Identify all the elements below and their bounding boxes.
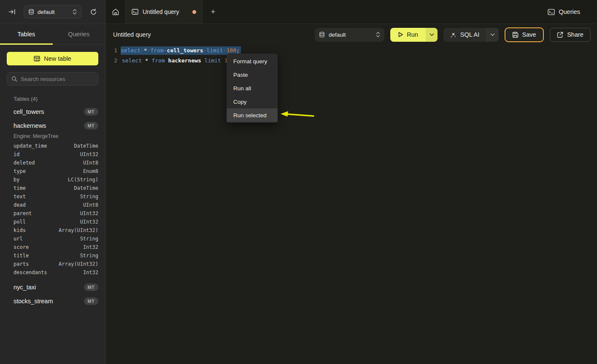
database-icon bbox=[319, 32, 325, 38]
tables-section-label: Tables (4) bbox=[14, 96, 98, 102]
column-name: text bbox=[14, 194, 80, 200]
context-menu-item-format-query[interactable]: Format query bbox=[227, 54, 278, 68]
database-selector[interactable]: default bbox=[24, 5, 81, 19]
sidebar-tab-queries[interactable]: Queries bbox=[53, 24, 105, 44]
top-bar-left: default bbox=[0, 0, 105, 24]
table-row-cell_towers[interactable]: cell_towers MT bbox=[0, 105, 105, 119]
code-token bbox=[142, 57, 145, 64]
column-row: url String bbox=[0, 235, 105, 243]
table-row-stocks_stream[interactable]: stocks_stream MT bbox=[0, 294, 105, 308]
sql-ai-label: SQL AI bbox=[460, 31, 479, 38]
run-button[interactable]: Run bbox=[390, 28, 426, 42]
column-type: DateTime bbox=[74, 143, 98, 149]
code-token: limit bbox=[207, 47, 223, 54]
search-box bbox=[7, 72, 98, 86]
column-row: descendants Int32 bbox=[0, 268, 105, 277]
tables-list: cell_towers MT hackernews MT Engine: Mer… bbox=[0, 105, 105, 308]
tab-strip: Untitled query + Queries bbox=[105, 0, 597, 24]
terminal-icon bbox=[132, 9, 138, 15]
save-label: Save bbox=[522, 31, 536, 38]
column-row: deleted UInt8 bbox=[0, 159, 105, 167]
code-token: limit bbox=[205, 57, 221, 64]
home-button[interactable] bbox=[105, 0, 125, 24]
chevron-up-down-icon bbox=[73, 9, 77, 15]
column-type: UInt32 bbox=[80, 151, 98, 157]
column-type: LC(String) bbox=[68, 177, 98, 183]
context-menu-item-run-all[interactable]: Run all bbox=[227, 81, 278, 95]
top-bar: default bbox=[0, 0, 597, 24]
column-row: poll UInt32 bbox=[0, 218, 105, 226]
run-label: Run bbox=[407, 31, 418, 38]
share-button[interactable]: Share bbox=[550, 28, 591, 42]
column-row: score Int32 bbox=[0, 243, 105, 251]
column-row: title String bbox=[0, 251, 105, 260]
query-header: Untitled query default bbox=[105, 24, 597, 45]
column-row: type Enum8 bbox=[0, 167, 105, 175]
share-icon bbox=[557, 32, 563, 38]
code-line: select * from hackernews limit 100; bbox=[117, 57, 238, 64]
header-database-selector[interactable]: default bbox=[315, 28, 384, 42]
table-row-nyc_taxi[interactable]: nyc_taxi MT bbox=[0, 280, 105, 294]
column-name: update_time bbox=[14, 143, 74, 149]
context-menu-item-run-selected[interactable]: Run selected bbox=[227, 108, 278, 122]
play-icon bbox=[398, 32, 403, 38]
run-options-button[interactable] bbox=[426, 28, 438, 42]
code-line: select·*·from·cell_towers·limit·100; bbox=[117, 47, 241, 54]
engine-badge: MT bbox=[84, 122, 98, 129]
column-type: String bbox=[80, 236, 98, 242]
search-input[interactable] bbox=[21, 76, 95, 82]
column-row: parent UInt32 bbox=[0, 209, 105, 218]
sidebar: TablesQueries New table Tables (4) cell_… bbox=[0, 24, 105, 364]
refresh-icon[interactable] bbox=[87, 6, 99, 18]
table-name: stocks_stream bbox=[14, 298, 84, 305]
table-row-hackernews[interactable]: hackernews MT bbox=[0, 119, 105, 132]
engine-badge: MT bbox=[84, 297, 98, 305]
app-window: default bbox=[0, 0, 597, 364]
column-row: dead UInt8 bbox=[0, 201, 105, 209]
sidebar-tab-tables[interactable]: Tables bbox=[0, 24, 53, 44]
column-row: parts Array(UInt32) bbox=[0, 260, 105, 268]
table-engine-label: Engine: MergeTree bbox=[0, 132, 105, 142]
code-token: select bbox=[121, 47, 140, 54]
column-type: UInt8 bbox=[83, 202, 98, 208]
code-token: hackernews bbox=[168, 57, 201, 64]
column-type: Array(UInt32) bbox=[59, 227, 98, 233]
new-tab-button[interactable]: + bbox=[203, 0, 224, 24]
column-type: Int32 bbox=[83, 244, 98, 250]
code-token: 100 bbox=[226, 47, 236, 54]
column-type: String bbox=[80, 194, 98, 200]
column-name: parts bbox=[14, 261, 59, 267]
code-token bbox=[221, 57, 224, 64]
code-token: · bbox=[203, 47, 207, 54]
sql-ai-button[interactable]: SQL AI bbox=[443, 28, 486, 42]
column-name: id bbox=[14, 151, 80, 157]
column-name: score bbox=[14, 244, 83, 250]
code-token: cell_towers bbox=[167, 47, 203, 54]
sql-ai-options-button[interactable] bbox=[486, 28, 499, 42]
column-name: by bbox=[14, 177, 68, 183]
tab-label: Untitled query bbox=[143, 8, 188, 15]
save-button[interactable]: Save bbox=[505, 27, 544, 42]
new-table-button[interactable]: New table bbox=[7, 52, 98, 65]
tab-untitled-query[interactable]: Untitled query bbox=[125, 0, 203, 24]
code-token: select bbox=[122, 57, 142, 64]
table-icon bbox=[34, 56, 40, 62]
queries-button[interactable]: Queries bbox=[543, 0, 597, 24]
search-icon bbox=[11, 76, 17, 82]
sql-editor[interactable]: 1select·*·from·cell_towers·limit·100;2se… bbox=[105, 45, 597, 364]
column-row: text String bbox=[0, 192, 105, 201]
engine-badge: MT bbox=[84, 283, 98, 291]
table-name: hackernews bbox=[14, 122, 84, 129]
context-menu-item-copy[interactable]: Copy bbox=[227, 95, 278, 108]
table-name: nyc_taxi bbox=[14, 284, 84, 291]
context-menu-item-paste[interactable]: Paste bbox=[227, 68, 278, 81]
sparkles-icon bbox=[450, 32, 457, 38]
column-type: UInt8 bbox=[83, 160, 98, 166]
column-type: Array(UInt32) bbox=[59, 261, 98, 267]
share-label: Share bbox=[567, 31, 583, 38]
column-type: Enum8 bbox=[83, 168, 98, 174]
column-name: url bbox=[14, 236, 80, 242]
column-name: time bbox=[14, 185, 74, 191]
collapse-sidebar-icon[interactable] bbox=[6, 6, 18, 18]
new-table-label: New table bbox=[44, 55, 71, 62]
